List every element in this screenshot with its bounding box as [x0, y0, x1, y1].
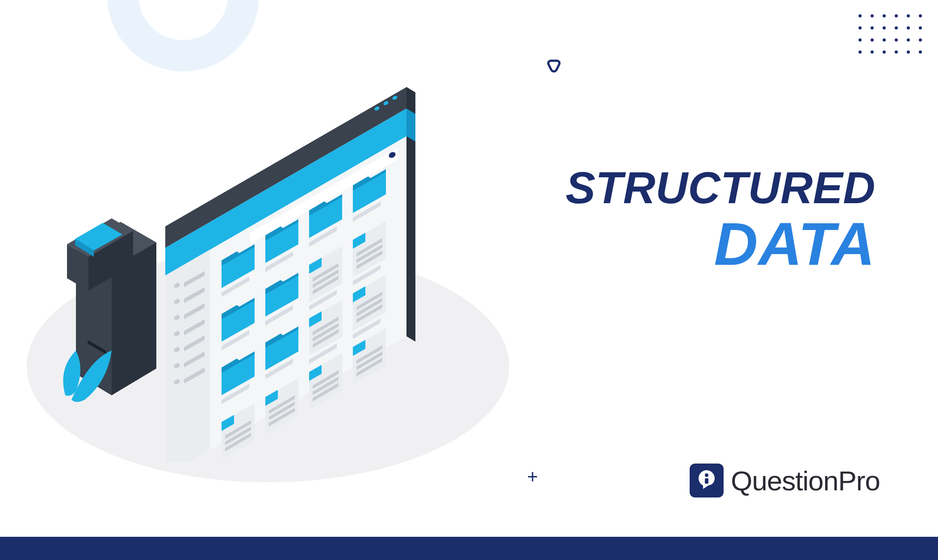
triangle-icon	[546, 58, 562, 76]
footer-bar	[0, 537, 938, 560]
circle-decoration	[107, 0, 259, 71]
svg-point-12	[705, 473, 708, 477]
title-line-data: DATA	[565, 213, 875, 274]
isometric-illustration	[63, 83, 491, 462]
brand-logo: QuestionPro	[690, 464, 880, 497]
brand-name: QuestionPro	[731, 465, 880, 497]
title-line-structured: STRUCTURED	[565, 165, 875, 210]
browser-window-icon	[165, 87, 415, 462]
plus-icon: +	[527, 468, 538, 486]
svg-rect-13	[705, 478, 708, 484]
logo-badge-icon	[690, 464, 724, 497]
filing-cabinet-icon	[67, 218, 156, 395]
page-title: STRUCTURED DATA	[565, 165, 875, 274]
dot-grid-decoration	[858, 14, 922, 54]
